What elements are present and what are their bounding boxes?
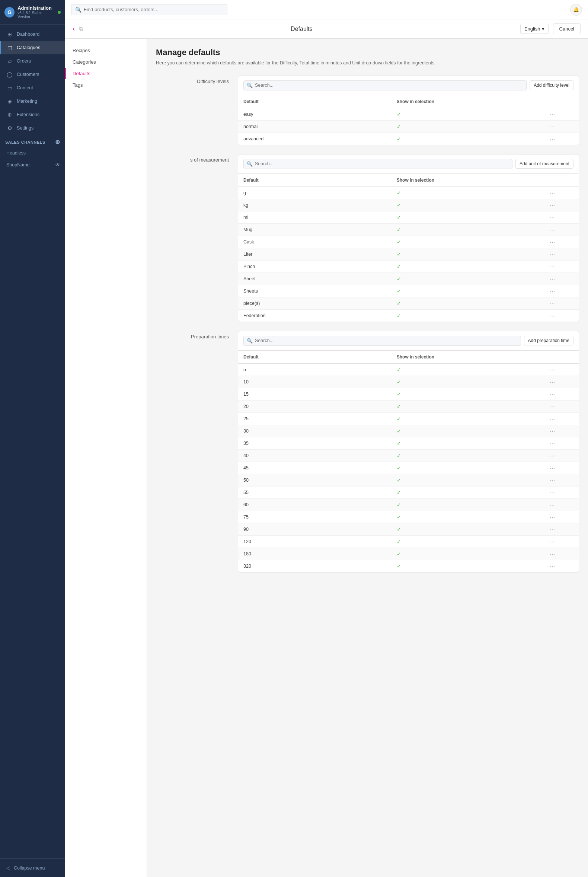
orders-icon: ▱ xyxy=(6,58,13,65)
preparation-search-field[interactable]: 🔍 xyxy=(243,336,521,346)
add-difficulty-button[interactable]: Add difficulty level xyxy=(530,80,573,90)
sidebar-item-headless[interactable]: Headless xyxy=(0,147,65,159)
sidebar: G Administration v6.4.6.1 Stable Version… xyxy=(0,0,65,877)
back-button[interactable]: ‹ xyxy=(73,25,75,33)
row-actions-button[interactable]: ··· xyxy=(550,300,556,306)
row-actions-button[interactable]: ··· xyxy=(550,404,556,410)
cancel-button[interactable]: Cancel xyxy=(553,24,580,34)
table-row: 60 ✓ ··· xyxy=(238,499,579,511)
sidebar-item-dashboard[interactable]: ⊞ Dashboard xyxy=(0,27,65,41)
col-header-actions xyxy=(545,351,579,364)
sidebar-item-extensions[interactable]: ⊕ Extensions xyxy=(0,108,65,122)
left-nav-item-tags[interactable]: Tags xyxy=(65,79,147,91)
prep-actions-cell: ··· xyxy=(545,425,579,437)
table-row: easy ✓ ··· xyxy=(238,108,579,120)
unit-show-cell: ✓ xyxy=(392,285,545,297)
left-nav-item-recipes[interactable]: Recipes xyxy=(65,45,147,56)
row-actions-button[interactable]: ··· xyxy=(550,264,556,269)
row-actions-button[interactable]: ··· xyxy=(550,416,556,422)
table-row: 55 ✓ ··· xyxy=(238,486,579,499)
row-actions-button[interactable]: ··· xyxy=(550,465,556,471)
sidebar-item-marketing[interactable]: ◈ Marketing xyxy=(0,95,65,108)
row-actions-button[interactable]: ··· xyxy=(550,526,556,532)
row-actions-button[interactable]: ··· xyxy=(550,202,556,208)
search-input[interactable] xyxy=(84,7,223,12)
prep-show-cell: ✓ xyxy=(392,511,545,523)
row-actions-button[interactable]: ··· xyxy=(550,477,556,483)
row-actions-button[interactable]: ··· xyxy=(550,453,556,459)
language-selector[interactable]: English ▾ xyxy=(520,24,549,34)
sidebar-item-label: Orders xyxy=(17,59,31,64)
sidebar-item-shopname[interactable]: ShopName 👁 xyxy=(0,159,65,171)
row-actions-button[interactable]: ··· xyxy=(550,251,556,257)
table-row: Mug ✓ ··· xyxy=(238,223,579,236)
check-icon: ✓ xyxy=(397,251,401,257)
left-nav-item-categories[interactable]: Categories xyxy=(65,56,147,68)
topbar-search[interactable]: 🔍 xyxy=(71,4,227,15)
add-sales-channel-icon[interactable]: ⊕ xyxy=(55,138,60,146)
app-name: Administration xyxy=(18,5,55,11)
add-unit-button[interactable]: Add unit of measurement xyxy=(515,159,573,169)
dashboard-icon: ⊞ xyxy=(6,31,13,38)
unit-default-cell: Sheets xyxy=(238,285,392,297)
row-actions-button[interactable]: ··· xyxy=(550,288,556,294)
row-actions-button[interactable]: ··· xyxy=(550,239,556,245)
row-actions-button[interactable]: ··· xyxy=(550,490,556,496)
row-actions-button[interactable]: ··· xyxy=(550,379,556,385)
row-actions-button[interactable]: ··· xyxy=(550,440,556,446)
sidebar-item-customers[interactable]: ◯ Customers xyxy=(0,68,65,81)
notification-button[interactable]: 🔔 xyxy=(570,4,582,16)
col-header-default: Default xyxy=(238,351,392,364)
row-actions-button[interactable]: ··· xyxy=(550,502,556,508)
row-actions-button[interactable]: ··· xyxy=(550,123,556,129)
sidebar-item-catalogues[interactable]: ◫ Catalogues xyxy=(0,41,65,54)
row-actions-button[interactable]: ··· xyxy=(550,136,556,142)
unit-default-cell: Mug xyxy=(238,223,392,236)
sidebar-item-content[interactable]: ▭ Content xyxy=(0,81,65,95)
copy-button[interactable]: ⧉ xyxy=(79,26,83,32)
row-actions-button[interactable]: ··· xyxy=(550,551,556,557)
difficulty-search-field[interactable]: 🔍 xyxy=(243,80,526,90)
units-table-body: g ✓ ··· kg ✓ ··· ml ✓ ··· Mug ✓ ··· Cask… xyxy=(238,186,579,321)
prep-show-cell: ✓ xyxy=(392,425,545,437)
sidebar-item-settings[interactable]: ⚙ Settings xyxy=(0,122,65,135)
row-actions-button[interactable]: ··· xyxy=(550,215,556,220)
collapse-menu-button[interactable]: ◁ Collapse menu xyxy=(0,862,65,874)
preparation-search-input[interactable] xyxy=(255,338,518,343)
sidebar-item-orders[interactable]: ▱ Orders xyxy=(0,54,65,68)
sidebar-item-label: Catalogues xyxy=(17,45,40,50)
row-actions-button[interactable]: ··· xyxy=(550,539,556,545)
row-actions-button[interactable]: ··· xyxy=(550,227,556,233)
preparation-section: Preparation times 🔍 Add preparation time… xyxy=(156,331,579,572)
prep-show-cell: ✓ xyxy=(392,363,545,375)
add-preparation-button[interactable]: Add preparation time xyxy=(524,336,573,345)
check-icon: ✓ xyxy=(397,453,401,459)
prep-default-cell: 30 xyxy=(238,425,392,437)
row-actions-button[interactable]: ··· xyxy=(550,190,556,196)
units-search-input[interactable] xyxy=(255,161,509,167)
sidebar-item-label: Content xyxy=(17,85,33,90)
prep-actions-cell: ··· xyxy=(545,548,579,560)
difficulty-table: Default Show in selection easy ✓ ··· nor… xyxy=(238,95,579,145)
units-search-field[interactable]: 🔍 xyxy=(243,159,513,169)
check-icon: ✓ xyxy=(397,379,401,385)
table-row: 320 ✓ ··· xyxy=(238,560,579,572)
prep-default-cell: 55 xyxy=(238,486,392,499)
prep-default-cell: 40 xyxy=(238,449,392,462)
row-actions-button[interactable]: ··· xyxy=(550,313,556,318)
row-actions-button[interactable]: ··· xyxy=(550,428,556,434)
difficulty-label: Difficulty levels xyxy=(156,75,238,145)
chevron-down-icon: ▾ xyxy=(542,26,544,32)
row-actions-button[interactable]: ··· xyxy=(550,514,556,520)
row-actions-button[interactable]: ··· xyxy=(550,111,556,117)
row-actions-button[interactable]: ··· xyxy=(550,276,556,282)
row-actions-button[interactable]: ··· xyxy=(550,391,556,397)
left-nav-item-defaults[interactable]: Defaults xyxy=(65,68,147,79)
row-actions-button[interactable]: ··· xyxy=(550,366,556,372)
app-logo-text: Administration v6.4.6.1 Stable Version xyxy=(18,5,55,19)
row-actions-button[interactable]: ··· xyxy=(550,563,556,569)
difficulty-search-input[interactable] xyxy=(255,83,523,88)
visibility-icon[interactable]: 👁 xyxy=(56,162,60,168)
prep-actions-cell: ··· xyxy=(545,499,579,511)
units-table: Default Show in selection g ✓ ··· kg ✓ ·… xyxy=(238,174,579,321)
